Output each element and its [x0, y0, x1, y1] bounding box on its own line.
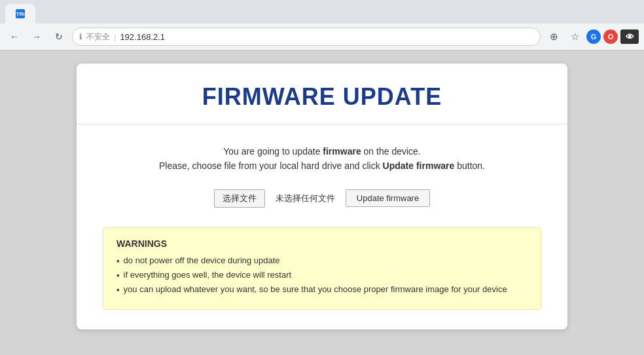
ext2-icon[interactable]: O [603, 29, 618, 44]
toolbar-icons: ⊕ ☆ G O 👁 [545, 28, 639, 46]
security-icon: ℹ [79, 32, 82, 41]
separator: | [114, 32, 116, 42]
url-text: 192.168.2.1 [120, 32, 165, 42]
forward-icon: → [32, 31, 41, 42]
warnings-list: do not power off the device during updat… [116, 255, 528, 295]
file-upload-row: 选择文件 未选择任何文件 Update firmware [103, 189, 541, 208]
ext3-icon[interactable]: 👁 [620, 29, 639, 44]
address-bar[interactable]: ℹ 不安全 | 192.168.2.1 [72, 28, 541, 46]
ext1-icon[interactable]: G [586, 29, 601, 44]
firmware-card: FIRMWARE UPDATE You are going to update … [77, 64, 567, 329]
bookmark-button[interactable]: ☆ [565, 28, 584, 46]
refresh-button[interactable]: ↻ [50, 28, 68, 46]
description-line1: You are going to update firmware on the … [103, 144, 541, 159]
tab-bar: TRi [0, 0, 644, 24]
forward-button[interactable]: → [27, 28, 46, 46]
back-button[interactable]: ← [5, 28, 24, 46]
warnings-title: WARNINGS [116, 238, 528, 249]
description-line2: Please, choose file from your local hard… [103, 159, 541, 173]
warning-item-2: if everything goes well, the device will… [116, 270, 528, 280]
file-name-label: 未选择任何文件 [276, 193, 335, 204]
address-bar-row: ← → ↻ ℹ 不安全 | 192.168.2.1 ⊕ ☆ G O [0, 24, 644, 50]
page-content: FIRMWARE UPDATE You are going to update … [0, 50, 644, 355]
card-header: FIRMWARE UPDATE [77, 64, 567, 124]
warnings-box: WARNINGS do not power off the device dur… [103, 227, 541, 310]
back-icon: ← [10, 31, 19, 42]
page-title: FIRMWARE UPDATE [90, 83, 554, 111]
refresh-icon: ↻ [55, 31, 63, 42]
browser-chrome: TRi ← → ↻ ℹ 不安全 | 192.168.2.1 ⊕ ☆ [0, 0, 644, 50]
browser-tab[interactable]: TRi [5, 4, 35, 24]
file-choose-button[interactable]: 选择文件 [214, 189, 265, 208]
translate-icon: ⊕ [550, 31, 558, 43]
tab-favicon: TRi [16, 9, 25, 18]
warning-item-3: you can upload whatever you want, so be … [116, 284, 528, 295]
bookmark-icon: ☆ [571, 31, 579, 43]
translate-button[interactable]: ⊕ [545, 28, 563, 46]
warning-item-1: do not power off the device during updat… [116, 255, 528, 266]
security-text: 不安全 [86, 31, 110, 43]
card-body: You are going to update firmware on the … [77, 124, 567, 329]
description-text: You are going to update firmware on the … [103, 144, 541, 174]
update-firmware-button[interactable]: Update firmware [346, 189, 430, 207]
